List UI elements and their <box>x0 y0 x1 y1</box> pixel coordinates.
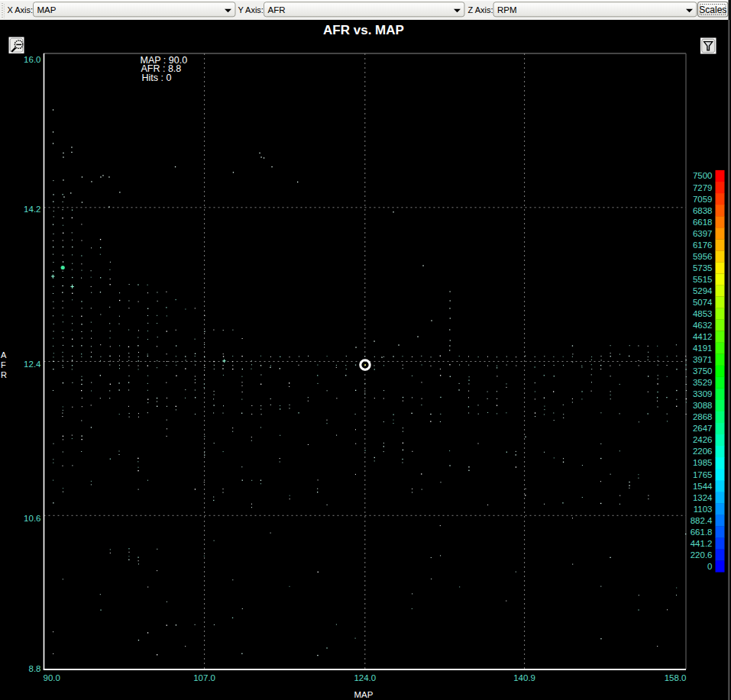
svg-text:1544: 1544 <box>693 482 713 491</box>
svg-text:2868: 2868 <box>693 412 713 421</box>
svg-text:10.6: 10.6 <box>24 514 40 523</box>
svg-text:3971: 3971 <box>693 355 713 364</box>
svg-text:Scales: Scales <box>699 5 726 15</box>
svg-text:5074: 5074 <box>693 298 713 307</box>
svg-text:X Axis:: X Axis: <box>8 5 34 15</box>
svg-text:AFR: AFR <box>268 5 286 15</box>
svg-text:6838: 6838 <box>693 206 713 215</box>
svg-text:6618: 6618 <box>693 218 713 227</box>
svg-text:220.6: 220.6 <box>691 550 713 560</box>
svg-text:0: 0 <box>707 562 712 571</box>
svg-text:3750: 3750 <box>693 366 713 376</box>
svg-text:A: A <box>1 350 7 360</box>
svg-text:5735: 5735 <box>693 263 713 273</box>
svg-text:124.0: 124.0 <box>354 673 376 682</box>
svg-text:Y Axis:: Y Axis: <box>238 5 264 15</box>
svg-text:1765: 1765 <box>693 470 713 479</box>
svg-text:3529: 3529 <box>693 378 713 387</box>
svg-text:1985: 1985 <box>693 458 713 467</box>
svg-text:3088: 3088 <box>693 401 713 410</box>
svg-text:6176: 6176 <box>693 240 713 250</box>
svg-text:5956: 5956 <box>693 252 713 261</box>
svg-text:4853: 4853 <box>693 309 713 318</box>
svg-text:14.2: 14.2 <box>24 205 40 214</box>
svg-text:7059: 7059 <box>693 195 713 204</box>
svg-text:882.4: 882.4 <box>691 516 713 525</box>
svg-text:1103: 1103 <box>694 505 713 514</box>
svg-text:4191: 4191 <box>693 344 713 353</box>
svg-text:5515: 5515 <box>693 275 713 284</box>
svg-text:6397: 6397 <box>693 229 713 238</box>
svg-text:2206: 2206 <box>693 447 713 456</box>
svg-text:R: R <box>1 370 7 379</box>
svg-text:107.0: 107.0 <box>193 673 215 682</box>
svg-text:Z Axis:: Z Axis: <box>468 5 493 15</box>
svg-text:1324: 1324 <box>693 493 713 502</box>
svg-text:158.0: 158.0 <box>665 673 687 682</box>
svg-text:441.2: 441.2 <box>691 539 713 548</box>
svg-text:MAP: MAP <box>354 690 374 699</box>
svg-text:F: F <box>1 360 6 369</box>
svg-text:7500: 7500 <box>693 171 713 180</box>
svg-text:16.0: 16.0 <box>24 55 40 64</box>
svg-text:8.8: 8.8 <box>29 664 41 673</box>
svg-text:140.9: 140.9 <box>513 673 535 682</box>
svg-text:7279: 7279 <box>693 183 713 192</box>
svg-text:90.0: 90.0 <box>44 673 60 682</box>
svg-text:5294: 5294 <box>693 286 713 295</box>
svg-text:MAP: MAP <box>37 5 57 15</box>
svg-text:3309: 3309 <box>693 389 713 398</box>
svg-text:Hits : 0: Hits : 0 <box>142 73 172 83</box>
svg-text:661.8: 661.8 <box>691 527 713 537</box>
svg-text:2647: 2647 <box>693 424 713 433</box>
svg-text:AFR vs. MAP: AFR vs. MAP <box>323 23 404 37</box>
svg-text:4412: 4412 <box>693 332 713 341</box>
svg-text:12.4: 12.4 <box>24 360 41 369</box>
svg-text:2426: 2426 <box>693 435 713 444</box>
svg-text:RPM: RPM <box>497 5 517 15</box>
svg-text:4632: 4632 <box>693 321 713 330</box>
